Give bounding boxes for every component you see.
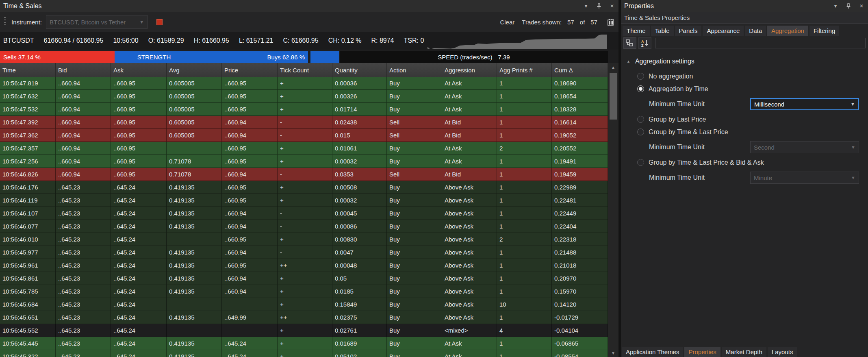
min-time-unit-row: Minimum Time UnitMinute▼ xyxy=(621,169,868,187)
tab-appearance[interactable]: Appearance xyxy=(703,26,744,36)
scroll-down-icon[interactable]: ▼ xyxy=(608,349,618,357)
tab-data[interactable]: Data xyxy=(745,26,766,36)
table-row[interactable]: 10:56:46.107..645.23..645.240.419135..66… xyxy=(0,207,608,220)
speed-indicator xyxy=(310,51,339,63)
clear-button[interactable]: Clear xyxy=(500,19,514,26)
radio-button[interactable] xyxy=(637,128,644,135)
cell: ..645.23 xyxy=(56,324,111,337)
stop-button[interactable] xyxy=(156,19,163,25)
bottom-tab-layouts[interactable]: Layouts xyxy=(768,347,797,357)
cell: ..645.23 xyxy=(56,272,111,285)
table-row[interactable]: 10:56:45.445..645.23..645.240.419135..64… xyxy=(0,337,608,350)
bottom-tab-market-depth[interactable]: Market Depth xyxy=(722,347,766,357)
chevron-down-icon[interactable]: ▾ xyxy=(583,3,589,9)
time-unit-select-millisecond[interactable]: Millisecond▼ xyxy=(750,98,859,110)
table-row[interactable]: 10:56:45.961..645.23..645.240.419135..66… xyxy=(0,259,608,272)
table-row[interactable]: 10:56:46.010..645.23..645.24..660.95+0.0… xyxy=(0,233,608,246)
column-header[interactable]: Ask xyxy=(111,63,167,77)
cell: 1 xyxy=(497,103,552,116)
pin-icon[interactable] xyxy=(596,3,602,9)
bottom-tab-application-themes[interactable]: Application Themes xyxy=(622,347,683,357)
categorized-view-button[interactable] xyxy=(623,37,636,49)
drag-grip-icon[interactable] xyxy=(4,17,6,27)
tab-aggregation[interactable]: Aggregation xyxy=(767,26,808,36)
cell: Sell xyxy=(387,168,442,181)
tab-table[interactable]: Table xyxy=(651,26,674,36)
table-row[interactable]: 10:56:45.651..645.23..645.240.419135..64… xyxy=(0,311,608,324)
cell: 2 xyxy=(497,233,552,246)
column-header[interactable]: Price xyxy=(222,63,278,77)
column-header[interactable]: Time xyxy=(0,63,56,77)
table-row[interactable]: 10:56:47.632..660.94..660.950.605005..66… xyxy=(0,90,608,103)
column-header[interactable]: Agg Prints # xyxy=(497,63,552,77)
table-row[interactable]: 10:56:45.977..645.23..645.240.419135..66… xyxy=(0,246,608,259)
table-row[interactable]: 10:56:46.826..660.94..660.950.71078..660… xyxy=(0,168,608,181)
radio-button[interactable] xyxy=(637,159,644,166)
radio-option-group-by-time-last-price-bid-ask[interactable]: Group by Time & Last Price & Bid & Ask xyxy=(621,156,868,169)
scroll-up-icon[interactable]: ▲ xyxy=(608,63,618,71)
column-header[interactable]: Avg xyxy=(167,63,222,77)
radio-option-group-by-last-price[interactable]: Group by Last Price xyxy=(621,113,868,126)
table-row[interactable]: 10:56:46.077..645.23..645.240.419135..66… xyxy=(0,220,608,233)
column-header[interactable]: Quantity xyxy=(332,63,387,77)
table-row[interactable]: 10:56:45.785..645.23..645.240.419135..66… xyxy=(0,285,608,298)
trades-table: TimeBidAskAvgPriceTick CountQuantityActi… xyxy=(0,63,618,357)
radio-label: Group by Time & Last Price xyxy=(649,128,728,136)
radio-button[interactable] xyxy=(637,85,644,92)
table-row[interactable]: 10:56:47.819..660.94..660.950.605005..66… xyxy=(0,77,608,90)
table-row[interactable]: 10:56:45.552..645.23..645.24+0.02761Buy<… xyxy=(0,324,608,337)
cell: ++ xyxy=(278,259,332,272)
radio-option-aggregation-by-time[interactable]: Aggregation by Time xyxy=(621,83,868,95)
table-scrollbar[interactable]: ▲ ▼ xyxy=(608,63,618,357)
cell: 0.419135 xyxy=(167,220,222,233)
radio-option-group-by-time-last-price[interactable]: Group by Time & Last Price xyxy=(621,126,868,138)
tab-filtering[interactable]: Filtering xyxy=(809,26,839,36)
table-row[interactable]: 10:56:47.357..660.94..660.95..660.95+0.0… xyxy=(0,142,608,155)
table-row[interactable]: 10:56:45.684..645.23..645.24+0.15849BuyA… xyxy=(0,298,608,311)
property-search-input[interactable] xyxy=(655,38,866,48)
table-row[interactable]: 10:56:45.322..645.23..645.240.419135..64… xyxy=(0,350,608,357)
cell: Above Ask xyxy=(442,311,497,324)
close-icon[interactable]: ✕ xyxy=(858,3,865,9)
alphabetical-sort-button[interactable]: A Z xyxy=(638,37,651,49)
close-icon[interactable]: ✕ xyxy=(609,3,615,9)
session-calendar-icon[interactable] xyxy=(607,18,614,26)
column-header[interactable]: Bid xyxy=(56,63,111,77)
column-header[interactable]: Action xyxy=(387,63,442,77)
column-header[interactable]: Aggression xyxy=(442,63,497,77)
cell: 10:56:46.010 xyxy=(0,233,56,246)
settings-group-header[interactable]: ▲ Aggregation settings xyxy=(621,56,868,67)
speed-readout: SPEED (trades/sec) 7.39 xyxy=(340,51,608,63)
cell: ..645.24 xyxy=(111,194,167,207)
pin-icon[interactable] xyxy=(845,3,852,9)
table-row[interactable]: 10:56:45.861..645.23..645.240.419135..66… xyxy=(0,272,608,285)
cell: 0.18690 xyxy=(552,77,608,90)
tab-theme[interactable]: Theme xyxy=(623,26,650,36)
cell: 0.00086 xyxy=(332,220,387,233)
cell: 0.71078 xyxy=(167,168,222,181)
column-header[interactable]: Tick Count xyxy=(278,63,332,77)
radio-option-no-aggregation[interactable]: No aggregation xyxy=(621,70,868,83)
tsr-value: TSR: 0 xyxy=(404,37,424,44)
table-row[interactable]: 10:56:47.532..660.94..660.950.605005..66… xyxy=(0,103,608,116)
radio-button[interactable] xyxy=(637,116,644,123)
cell: 10:56:45.785 xyxy=(0,285,56,298)
column-header[interactable]: Cum Δ xyxy=(552,63,608,77)
scrollbar-thumb[interactable] xyxy=(610,73,617,120)
cell: Buy xyxy=(387,155,442,168)
table-row[interactable]: 10:56:46.119..645.23..645.240.419135..66… xyxy=(0,194,608,207)
table-row[interactable]: 10:56:47.362..660.94..660.950.605005..66… xyxy=(0,129,608,142)
table-row[interactable]: 10:56:47.256..660.94..660.950.71078..660… xyxy=(0,155,608,168)
cell: Buy xyxy=(387,220,442,233)
cell: 10:56:46.176 xyxy=(0,181,56,194)
table-row[interactable]: 10:56:46.176..645.23..645.240.419135..66… xyxy=(0,181,608,194)
table-row[interactable]: 10:56:47.392..660.94..660.950.605005..66… xyxy=(0,116,608,129)
cell: -0.04104 xyxy=(552,324,608,337)
radio-button[interactable] xyxy=(637,73,644,80)
bottom-tab-properties[interactable]: Properties xyxy=(684,347,720,357)
cell: 1 xyxy=(497,220,552,233)
chevron-down-icon[interactable]: ▾ xyxy=(832,3,839,9)
tab-panels[interactable]: Panels xyxy=(675,26,702,36)
cell: 1 xyxy=(497,285,552,298)
properties-toolbar: A Z xyxy=(621,36,868,50)
